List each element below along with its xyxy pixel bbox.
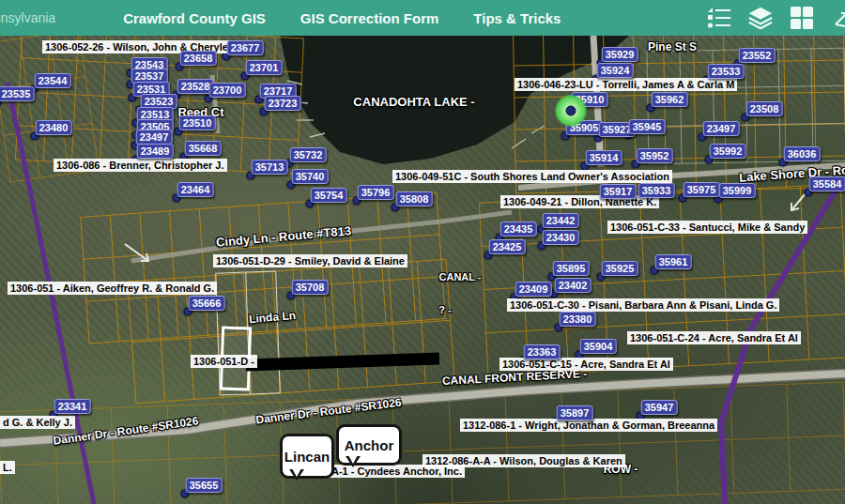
parcel-label[interactable]: 23552	[739, 48, 776, 63]
parcel-label[interactable]: 23510	[179, 115, 216, 130]
parcel-label[interactable]: 36036	[784, 146, 821, 161]
parcel-label[interactable]: 23544	[35, 73, 71, 88]
parcel-label[interactable]: 35917	[600, 184, 637, 199]
parcel-label[interactable]: 35713	[252, 160, 288, 175]
parcel-label[interactable]: 23497	[136, 130, 173, 145]
parcel-label[interactable]: 23497	[703, 121, 740, 136]
owner-label: 1312-086-1 - Wright, Jonathan & Gorman, …	[460, 419, 717, 432]
parcel-label[interactable]: 23464	[177, 182, 214, 197]
owner-label: 1306-086 - Brenner, Christopher J.	[54, 159, 227, 172]
street-label: CANADOHTA LAKE -	[353, 95, 474, 109]
parcel-label[interactable]: 23435	[500, 221, 537, 237]
parcel-label[interactable]: 35914	[586, 150, 622, 165]
legend-icon[interactable]	[706, 6, 732, 30]
parcel-label[interactable]: 35924	[597, 63, 634, 78]
parcel-label[interactable]: 23380	[560, 312, 596, 327]
parcel-label[interactable]: 35933	[638, 183, 675, 198]
parcel-label[interactable]: 23363	[524, 344, 561, 359]
owner-label: d G. & Kelly J.	[0, 416, 75, 429]
street-label: Pine St S	[648, 40, 697, 53]
parcel-label[interactable]: 35952	[637, 148, 673, 163]
apps-icon[interactable]	[789, 6, 815, 30]
callout-anchor[interactable]: Anchor	[336, 424, 402, 466]
parcel-label[interactable]: 35962	[652, 92, 688, 107]
callout-lincan[interactable]: Lincan	[280, 434, 334, 479]
owner-label: 1306-051-C-15 - Acre, Sandra Et Al	[499, 358, 673, 371]
parcel-label[interactable]: 23442	[543, 213, 579, 228]
layers-icon[interactable]	[747, 6, 774, 30]
nav-item-county-gis[interactable]: Crawford County GIS	[123, 10, 266, 26]
parcel-label[interactable]: 23480	[36, 120, 72, 135]
parcel-label[interactable]: 23402	[555, 278, 592, 293]
parcel-label[interactable]: 35708	[292, 280, 329, 295]
owner-label: 1306-051-C-30 - Pisani, Barbara Ann & Pi…	[507, 298, 779, 312]
parcel-label[interactable]: 35895	[553, 261, 590, 276]
parcel-label[interactable]: 35808	[396, 191, 433, 206]
owner-label: L.	[0, 461, 15, 474]
owner-label: 1306-051-D-29 - Smiley, David & Elaine	[213, 254, 407, 267]
parcel-label[interactable]: 35947	[641, 400, 678, 415]
parcel-label[interactable]: 35655	[186, 478, 223, 493]
parcel-label[interactable]: 35584	[809, 176, 845, 191]
owner-label: 1306-049-51C - South Shores Land Owner's…	[392, 170, 672, 183]
share-icon[interactable]	[830, 6, 845, 30]
parcel-label[interactable]: 35668	[185, 141, 222, 156]
parcel-label[interactable]: 35666	[189, 296, 225, 311]
nav-item-tips[interactable]: Tips & Tricks	[473, 10, 561, 26]
parcel-label[interactable]: 23528	[177, 79, 214, 94]
parcel-label[interactable]: 23658	[180, 51, 217, 66]
parcel-label[interactable]: 35732	[290, 147, 327, 162]
parcel-label[interactable]: 23535	[0, 86, 34, 101]
selected-feature-marker[interactable]	[555, 95, 587, 127]
parcel-label[interactable]: 23341	[54, 399, 91, 414]
owner-label: 1306-051-C-33 - Santucci, Mike & Sandy	[607, 221, 807, 234]
nav-item-correction-form[interactable]: GIS Correction Form	[300, 10, 439, 26]
site-brand[interactable]: nnsylvania	[0, 10, 55, 25]
parcel-label[interactable]: 35754	[311, 188, 347, 203]
street-label: ? -	[438, 304, 451, 315]
parcel-label[interactable]: 35925	[602, 261, 638, 276]
parcel-label[interactable]: 23700	[209, 83, 246, 98]
owner-label: 1306-051-C-24 - Acre, Sandra Et Al	[627, 331, 801, 344]
map-canvas[interactable]: 2367723658235432353723531235232351323505…	[0, 36, 845, 504]
parcel-label[interactable]: 23677	[227, 40, 264, 55]
parcel-label[interactable]: 35740	[292, 169, 329, 184]
parcel-label[interactable]: 23723	[265, 96, 301, 111]
parcel-label[interactable]: 23533	[708, 64, 745, 79]
parcel-label[interactable]: 23701	[246, 60, 283, 75]
owner-label: 1306-046-23-LU - Torrelli, James A & Car…	[515, 78, 737, 91]
parcel-label[interactable]: 35929	[602, 47, 638, 62]
parcel-label[interactable]: 35999	[719, 183, 756, 198]
parcel-label[interactable]: 35945	[629, 119, 666, 134]
owner-label: 1306-051-D -	[191, 355, 257, 368]
parcel-label[interactable]: 23409	[515, 282, 552, 297]
parcel-label[interactable]: 23430	[543, 230, 579, 245]
main-nav: Crawford County GIS GIS Correction Form …	[123, 10, 561, 26]
parcel-label[interactable]: 35975	[684, 182, 720, 197]
street-label: CANAL -	[438, 271, 481, 283]
parcel-label[interactable]: 35897	[557, 405, 593, 420]
parcel-label[interactable]: 35992	[710, 144, 746, 159]
parcel-label[interactable]: 35961	[655, 254, 692, 269]
parcel-label[interactable]: 23489	[137, 144, 174, 159]
parcel-label[interactable]: 23425	[489, 239, 526, 254]
parcel-label[interactable]: 35796	[358, 185, 394, 200]
parcel-label[interactable]: 35904	[580, 339, 617, 354]
parcel-label[interactable]: 23508	[746, 101, 783, 116]
header-icons	[706, 6, 845, 30]
owner-label: 1306-051 - Aiken, Geoffrey R. & Ronald G…	[8, 282, 217, 295]
header-bar: nnsylvania Crawford County GIS GIS Corre…	[0, 0, 845, 36]
